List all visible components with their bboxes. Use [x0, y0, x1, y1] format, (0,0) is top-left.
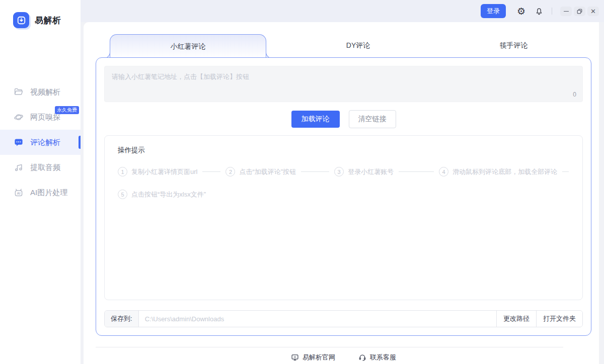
sidebar: 易解析 视频解析 网页嗅探	[0, 0, 81, 364]
step-text: 复制小红薯详情页面url	[131, 167, 197, 176]
app-window: 易解析 视频解析 网页嗅探	[0, 0, 604, 364]
footer-links: 易解析官网 联系客服	[96, 353, 591, 362]
titlebar-divider	[552, 8, 552, 15]
sidebar-item-label: 评论解析	[30, 138, 60, 147]
change-path-button[interactable]: 更改路径	[496, 311, 536, 327]
footer: 易解析官网 联系客服	[96, 336, 591, 364]
minimize-button[interactable]	[560, 7, 572, 16]
planet-icon	[14, 112, 24, 122]
tips-title: 操作提示	[118, 146, 569, 155]
sidebar-item-comment-parse[interactable]: 评论解析	[0, 130, 81, 155]
load-comments-button[interactable]: 加载评论	[291, 111, 340, 128]
titlebar: 登录 ⚙ ✕	[81, 0, 604, 22]
comment-parse-panel: 0 加载评论 清空链接 操作提示 1 复制小红薯详情页面url 2 点击“加载评…	[96, 57, 591, 336]
action-buttons: 加载评论 清空链接	[104, 110, 583, 128]
tab-label: DY评论	[346, 41, 370, 50]
footer-link-label: 联系客服	[370, 353, 396, 362]
step-connector	[202, 171, 220, 172]
sidebar-item-web-sniff[interactable]: 网页嗅探 永久免费	[0, 105, 81, 130]
sidebar-item-ai-image[interactable]: AI AI图片处理	[0, 180, 81, 205]
official-site-link[interactable]: 易解析官网	[291, 353, 335, 362]
main-content: 小红薯评论 DY评论 筷手评论 0 加载评论 清空链接 操作提示	[84, 22, 599, 364]
step-number: 4	[439, 167, 448, 176]
save-path-input[interactable]	[139, 311, 496, 327]
tab-dy-comments[interactable]: DY评论	[280, 34, 436, 57]
char-count: 0	[573, 91, 576, 98]
maximize-button[interactable]	[574, 7, 585, 16]
tab-label: 小红薯评论	[171, 42, 206, 51]
ai-icon: AI	[14, 188, 24, 198]
sidebar-nav: 视频解析 网页嗅探 永久免费	[0, 79, 81, 205]
step-connector	[301, 171, 329, 172]
tip-step: 3 登录小红薯账号	[334, 167, 394, 176]
url-input-area: 0	[104, 66, 583, 102]
clear-links-button[interactable]: 清空链接	[349, 110, 396, 128]
download-logo-icon	[13, 12, 29, 28]
sidebar-item-label: 提取音频	[30, 163, 60, 172]
svg-text:AI: AI	[17, 192, 21, 195]
sidebar-item-label: AI图片处理	[30, 188, 67, 198]
contact-support-link[interactable]: 联系客服	[358, 353, 396, 362]
step-number: 5	[118, 190, 127, 199]
step-number: 3	[334, 167, 344, 176]
monitor-icon	[291, 353, 299, 361]
step-text: 登录小红薯账号	[348, 167, 394, 176]
step-connector	[562, 171, 569, 172]
step-text: 滑动鼠标到评论底部，加载全部评论	[452, 167, 557, 176]
tip-step: 5 点击按钮“导出为xlsx文件”	[118, 190, 206, 199]
tips-steps-row-1: 1 复制小红薯详情页面url 2 点击“加载评论”按钮 3 登录小红薯账号	[118, 167, 569, 176]
login-button[interactable]: 登录	[481, 4, 506, 18]
note-url-input[interactable]	[105, 66, 582, 102]
step-connector	[399, 171, 434, 172]
tips-steps-row-2: 5 点击按钮“导出为xlsx文件”	[118, 190, 569, 199]
app-title: 易解析	[35, 15, 61, 26]
active-indicator-bar	[79, 136, 81, 149]
tip-step: 1 复制小红薯详情页面url	[118, 167, 197, 176]
restore-icon	[576, 8, 583, 15]
step-number: 1	[118, 167, 127, 176]
free-forever-badge: 永久免费	[55, 106, 79, 114]
save-to-label: 保存到:	[105, 311, 139, 327]
step-number: 2	[225, 167, 235, 176]
close-button[interactable]: ✕	[587, 7, 599, 16]
folder-icon	[14, 87, 24, 97]
minimize-icon	[564, 11, 569, 12]
tab-kuaishou-comments[interactable]: 筷手评论	[436, 34, 591, 57]
tab-bar: 小红薯评论 DY评论 筷手评论	[96, 34, 591, 57]
headset-icon	[358, 353, 366, 361]
comment-icon	[14, 137, 24, 147]
tab-xiaohongshu-comments[interactable]: 小红薯评论	[110, 34, 266, 58]
step-text: 点击“加载评论”按钮	[239, 167, 296, 176]
tab-label: 筷手评论	[500, 41, 528, 50]
footer-link-label: 易解析官网	[303, 353, 335, 362]
sidebar-item-video-parse[interactable]: 视频解析	[0, 79, 81, 105]
tips-panel: 操作提示 1 复制小红薯详情页面url 2 点击“加载评论”按钮 3 登录小红薯…	[104, 135, 583, 300]
sidebar-item-extract-audio[interactable]: 提取音频	[0, 155, 81, 180]
music-icon	[14, 162, 24, 172]
notification-bell-icon[interactable]	[535, 7, 544, 16]
app-logo: 易解析	[0, 0, 81, 28]
settings-gear-icon[interactable]: ⚙	[517, 7, 525, 16]
tip-step: 4 滑动鼠标到评论底部，加载全部评论	[439, 167, 557, 176]
sidebar-item-label: 视频解析	[30, 87, 60, 97]
open-folder-button[interactable]: 打开文件夹	[536, 311, 582, 327]
save-path-bar: 保存到: 更改路径 打开文件夹	[104, 310, 583, 327]
step-text: 点击按钮“导出为xlsx文件”	[131, 190, 206, 199]
footer-divider	[96, 347, 563, 347]
tip-step: 2 点击“加载评论”按钮	[225, 167, 296, 176]
